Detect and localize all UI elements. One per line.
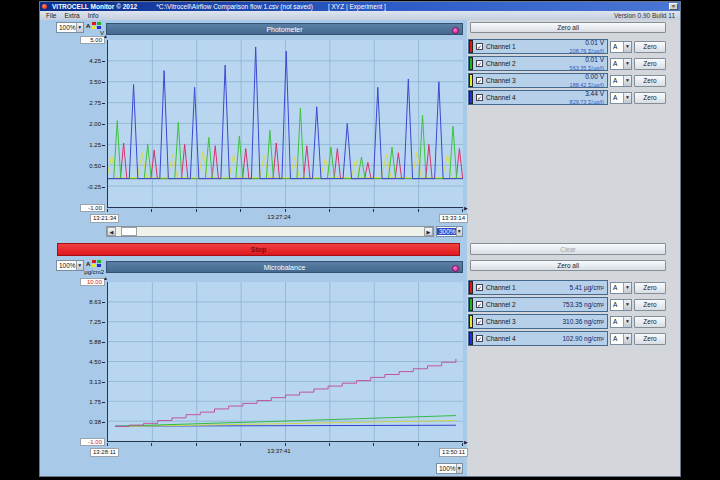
channel-box: ✓ Channel 4 3.44 V829.73 Σ(µg/l) [468,90,608,105]
photometer-timezoom-select[interactable]: 300% ▼ [436,226,463,237]
menu-bar: File Extra Info Version 0.90 Build 11 [40,11,680,20]
range-select[interactable]: A▼ [610,299,632,311]
photometer-y-min: -1.00 [80,204,105,212]
range-select[interactable]: A▼ [610,282,632,294]
zero-button[interactable]: Zero [634,333,666,345]
chevron-down-icon: ▼ [623,42,631,52]
microbalance-channel-row-4: ✓ Channel 4 102.90 ng/cm² A▼ Zero [468,331,666,346]
chevron-down-icon: ▼ [623,283,631,293]
range-select[interactable]: A▼ [610,41,632,53]
file-title: *C:\Vitrocell\Airflow Comparison flow 1.… [156,3,313,10]
channel-value: 0.00 V [585,73,604,80]
app-icon [42,4,47,9]
channel-label: Channel 3 [486,77,516,84]
microbalance-title: Microbalance [264,264,306,271]
record-indicator-icon[interactable] [452,265,459,272]
range-select[interactable]: A▼ [610,92,632,104]
channel-checkbox[interactable]: ✓ [476,301,483,308]
channel-value: 3.44 V [585,90,604,97]
y-axis-arrow-icon: ▲ [103,275,108,281]
channel-color-swatch [469,332,473,345]
channel-checkbox[interactable]: ✓ [476,94,483,101]
channel-value: 0.01 V [585,39,604,46]
channel-checkbox[interactable]: ✓ [476,60,483,67]
range-select[interactable]: A▼ [610,58,632,70]
channel-box: ✓ Channel 1 0.01 V208.76 Σ(µg/l) [468,39,608,54]
time-label-start: 13:28:11 [90,448,119,457]
channel-label: Channel 3 [486,318,516,325]
photometer-zero-all-button[interactable]: Zero all [470,22,666,33]
photometer-channel-row-2: ✓ Channel 2 0.01 V563.35 Σ(µg/l) A▼ Zero [468,56,666,71]
channel-box: ✓ Channel 2 0.01 V563.35 Σ(µg/l) [468,56,608,71]
range-select[interactable]: A▼ [610,75,632,87]
microbalance-y-axis-labels: 8.637.255.884.503.131.750.38 [80,282,105,442]
microbalance-channel-row-2: ✓ Channel 2 753.35 ng/cm² A▼ Zero [468,297,666,312]
channel-label: Channel 4 [486,335,516,342]
menu-file[interactable]: File [42,12,60,19]
y-axis-arrow-icon: ▲ [103,33,108,39]
time-label-end: 13:33:14 [439,214,468,223]
photometer-title: Photometer [266,26,302,33]
chevron-down-icon: ▼ [623,76,631,86]
photometer-channel-row-1: ✓ Channel 1 0.01 V208.76 Σ(µg/l) A▼ Zero [468,39,666,54]
app-title: VITROCELL Monitor © 2012 [52,3,137,10]
channel-color-swatch [469,91,473,104]
menu-info[interactable]: Info [84,12,103,19]
version-label: Version 0.90 Build 11 [614,12,678,19]
stop-button[interactable]: Stop [57,243,460,256]
chevron-down-icon: ▼ [623,317,631,327]
channel-checkbox[interactable]: ✓ [476,43,483,50]
range-select[interactable]: A▼ [610,316,632,328]
time-label-start: 13:21:34 [90,214,119,223]
channel-value: 5.41 µg/cm² [570,284,604,291]
channel-checkbox[interactable]: ✓ [476,284,483,291]
photometer-legend: A [86,22,101,29]
scroll-left-icon[interactable]: ◀ [107,227,116,236]
channel-checkbox[interactable]: ✓ [476,77,483,84]
zero-button[interactable]: Zero [634,75,666,87]
close-icon[interactable]: × [669,3,678,10]
zero-button[interactable]: Zero [634,316,666,328]
chevron-down-icon: ▼ [623,334,631,344]
x-axis-arrow-icon: ▶ [464,439,468,445]
photometer-plot[interactable] [107,40,463,208]
channel-box: ✓ Channel 4 102.90 ng/cm² [468,331,608,346]
microbalance-unit-label: µg/cm2 [78,269,104,275]
range-select[interactable]: A▼ [610,333,632,345]
time-label-end: 13:50:11 [439,448,468,457]
time-label-mid: 13:27:24 [267,214,290,220]
microbalance-timezoom-select[interactable]: 100% ▼ [436,463,463,474]
channel-value: 310.36 ng/cm² [562,318,604,325]
microbalance-x-ticks [107,443,463,447]
channel-color-swatch [469,57,473,70]
channel-label: Channel 1 [486,43,516,50]
scroll-right-icon[interactable]: ▶ [424,227,433,236]
scrollbar-track[interactable] [116,227,424,236]
menu-extra[interactable]: Extra [60,12,83,19]
channel-color-swatch [469,281,473,294]
photometer-x-ticks [107,209,463,213]
channel-colors-icon [92,22,101,29]
title-bar: VITROCELL Monitor © 2012 *C:\Vitrocell\A… [40,2,680,11]
channel-checkbox[interactable]: ✓ [476,335,483,342]
microbalance-channel-row-1: ✓ Channel 1 5.41 µg/cm² A▼ Zero [468,280,666,295]
zero-button[interactable]: Zero [634,58,666,70]
microbalance-zero-all-button[interactable]: Zero all [470,260,666,271]
photometer-x-labels: 13:21:34 13:27:24 13:33:14 [90,214,468,223]
record-indicator-icon[interactable] [452,27,459,34]
chevron-down-icon: ▼ [623,59,631,69]
scrollbar-thumb[interactable] [121,227,137,236]
microbalance-clear-button[interactable]: Clear [470,243,666,255]
channel-checkbox[interactable]: ✓ [476,318,483,325]
channel-color-swatch [469,298,473,311]
zero-button[interactable]: Zero [634,41,666,53]
channel-value: 753.35 ng/cm² [562,301,604,308]
zero-button[interactable]: Zero [634,299,666,311]
time-scrollbar[interactable]: ◀ ▶ [106,226,434,237]
chevron-down-icon: ▼ [456,227,462,236]
microbalance-plot[interactable] [107,282,463,442]
x-axis-arrow-icon: ▶ [464,205,468,211]
zero-button[interactable]: Zero [634,282,666,294]
zero-button[interactable]: Zero [634,92,666,104]
photometer-channel-row-4: ✓ Channel 4 3.44 V829.73 Σ(µg/l) A▼ Zero [468,90,666,105]
